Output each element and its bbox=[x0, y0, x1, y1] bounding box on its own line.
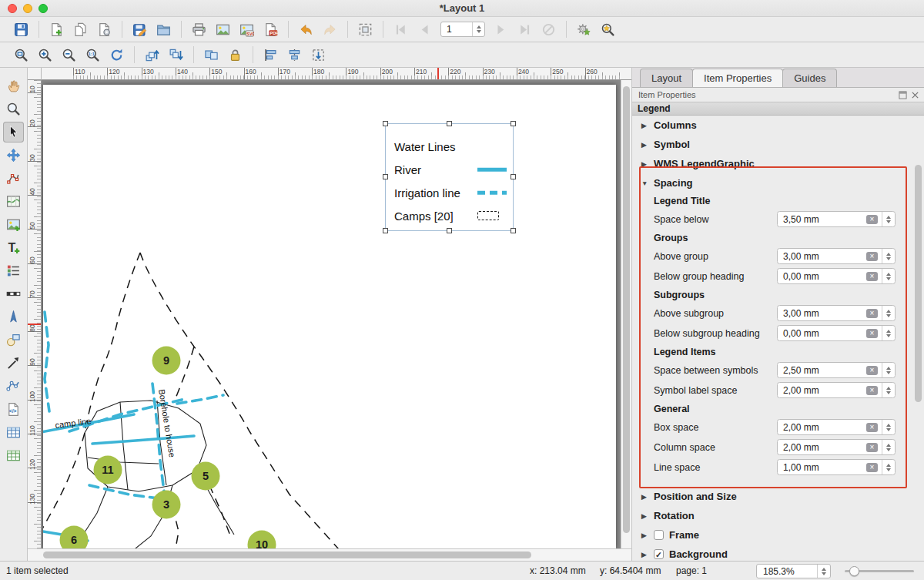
clear-field-icon[interactable]: × bbox=[866, 463, 878, 472]
spinbox[interactable]: 1,00 mm× bbox=[777, 459, 896, 475]
stepper-icon[interactable] bbox=[882, 460, 895, 474]
stepper-icon[interactable] bbox=[882, 326, 895, 340]
stepper-icon[interactable] bbox=[882, 249, 895, 263]
atlas-first-button[interactable] bbox=[390, 19, 411, 40]
clear-field-icon[interactable]: × bbox=[866, 252, 878, 261]
zoom-actual-button[interactable]: 1:1 bbox=[82, 45, 103, 65]
save-project-button[interactable] bbox=[11, 19, 32, 40]
stepper-icon[interactable] bbox=[882, 383, 895, 397]
selection-handle[interactable] bbox=[383, 228, 388, 233]
section-wms-legendgraphic[interactable]: ▶WMS LegendGraphic bbox=[632, 154, 924, 173]
selection-handle[interactable] bbox=[383, 121, 388, 126]
tab-item-properties[interactable]: Item Properties bbox=[692, 69, 783, 87]
zoom-slider[interactable] bbox=[845, 562, 914, 580]
add-attribute-table-tool[interactable] bbox=[3, 422, 24, 443]
atlas-last-button[interactable] bbox=[514, 19, 535, 40]
spinbox[interactable]: 2,50 mm× bbox=[777, 362, 896, 378]
add-fixed-table-tool[interactable] bbox=[3, 445, 24, 466]
canvas-vertical-scrollbar[interactable] bbox=[621, 80, 631, 548]
section-symbol[interactable]: ▶Symbol bbox=[632, 135, 924, 154]
undo-button[interactable] bbox=[296, 19, 316, 40]
align-center-items-button[interactable] bbox=[284, 45, 305, 65]
spinbox[interactable]: 2,00 mm× bbox=[777, 419, 896, 435]
add-html-tool[interactable]: </> bbox=[3, 399, 24, 420]
legend-item[interactable]: Water Lines RiverIrrigation lineCamps [2… bbox=[385, 123, 514, 231]
layout-manager-button[interactable] bbox=[94, 19, 115, 40]
close-panel-icon[interactable] bbox=[911, 91, 919, 99]
pan-tool[interactable] bbox=[3, 75, 24, 96]
resize-items-button[interactable] bbox=[308, 45, 329, 65]
add-north-arrow-tool[interactable] bbox=[3, 307, 24, 327]
atlas-prev-button[interactable] bbox=[414, 19, 435, 40]
scrollbar-thumb[interactable] bbox=[623, 86, 630, 533]
stepper-icon[interactable] bbox=[882, 212, 895, 226]
print-button[interactable] bbox=[189, 19, 209, 40]
duplicate-layout-button[interactable] bbox=[70, 19, 91, 40]
zoom-full-button[interactable] bbox=[11, 45, 32, 65]
stepper-icon[interactable] bbox=[882, 306, 895, 320]
add-legend-tool[interactable] bbox=[3, 260, 24, 281]
clear-field-icon[interactable]: × bbox=[866, 443, 878, 452]
clear-field-icon[interactable]: × bbox=[866, 272, 878, 281]
add-picture-tool[interactable] bbox=[3, 214, 24, 235]
fullscreen-window-button[interactable] bbox=[38, 4, 48, 13]
redo-button[interactable] bbox=[320, 19, 340, 40]
lower-items-button[interactable] bbox=[166, 45, 186, 65]
atlas-preview-button[interactable] bbox=[355, 19, 376, 40]
save-as-template-button[interactable] bbox=[129, 19, 150, 40]
move-item-content-tool[interactable] bbox=[3, 145, 24, 166]
atlas-page-input[interactable]: 1 bbox=[440, 22, 485, 37]
section-columns[interactable]: ▶Columns bbox=[632, 116, 924, 135]
spinbox[interactable]: 3,00 mm× bbox=[777, 248, 896, 264]
combo-arrows-icon[interactable] bbox=[817, 565, 830, 578]
scrollbar-thumb[interactable] bbox=[915, 165, 922, 402]
clear-field-icon[interactable]: × bbox=[866, 215, 878, 224]
edit-nodes-tool[interactable] bbox=[3, 168, 24, 189]
minimize-window-button[interactable] bbox=[23, 4, 32, 13]
clear-field-icon[interactable]: × bbox=[866, 386, 878, 395]
add-map-tool[interactable] bbox=[3, 191, 24, 212]
add-items-from-template-button[interactable] bbox=[153, 19, 174, 40]
section-frame[interactable]: ▶Frame bbox=[632, 525, 924, 545]
section-rotation[interactable]: ▶Rotation bbox=[632, 506, 924, 525]
add-arrow-tool[interactable] bbox=[3, 353, 24, 374]
atlas-next-button[interactable] bbox=[490, 19, 511, 40]
zoom-to-layout-button[interactable] bbox=[598, 19, 618, 40]
align-items-button[interactable] bbox=[260, 45, 281, 65]
map-item[interactable]: 91153610 camp line Borehole to house bbox=[43, 85, 616, 548]
lock-items-button[interactable] bbox=[225, 45, 246, 65]
add-shape-tool[interactable] bbox=[3, 330, 24, 350]
zoom-out-button[interactable] bbox=[59, 45, 79, 65]
clear-field-icon[interactable]: × bbox=[866, 309, 878, 318]
spinbox[interactable]: 2,00 mm× bbox=[777, 382, 896, 398]
stepper-icon[interactable] bbox=[882, 440, 895, 454]
section-spacing[interactable]: ▼ Spacing bbox=[632, 173, 924, 193]
panel-scrollbar[interactable] bbox=[915, 165, 922, 558]
section-position-and-size[interactable]: ▶Position and Size bbox=[632, 487, 924, 506]
atlas-settings-button[interactable] bbox=[574, 19, 594, 40]
zoom-tool[interactable] bbox=[3, 99, 24, 119]
scrollbar-thumb[interactable] bbox=[43, 552, 531, 558]
clear-field-icon[interactable]: × bbox=[866, 423, 878, 432]
zoom-in-button[interactable] bbox=[35, 45, 55, 65]
select-move-item-tool[interactable] bbox=[3, 122, 24, 142]
selection-handle[interactable] bbox=[511, 121, 516, 126]
layout-viewport[interactable]: 91153610 camp line Borehole to house Wat… bbox=[42, 80, 621, 548]
canvas-horizontal-scrollbar[interactable] bbox=[42, 548, 621, 561]
add-scalebar-tool[interactable] bbox=[3, 283, 24, 304]
export-svg-button[interactable]: SVG bbox=[236, 19, 257, 40]
spinbox[interactable]: 2,00 mm× bbox=[777, 439, 896, 455]
stepper-icon[interactable] bbox=[882, 269, 895, 283]
selection-handle[interactable] bbox=[447, 121, 452, 126]
stepper-icon[interactable] bbox=[472, 22, 484, 36]
stepper-icon[interactable] bbox=[882, 363, 895, 377]
spinbox[interactable]: 0,00 mm× bbox=[777, 325, 896, 341]
tab-layout[interactable]: Layout bbox=[640, 69, 693, 87]
spinbox[interactable]: 0,00 mm× bbox=[777, 268, 896, 284]
selection-handle[interactable] bbox=[447, 228, 452, 233]
new-layout-button[interactable] bbox=[46, 19, 67, 40]
zoom-slider-handle[interactable] bbox=[849, 566, 859, 576]
export-pdf-button[interactable]: PDF bbox=[260, 19, 281, 40]
section-background[interactable]: ▶✓Background bbox=[632, 545, 924, 561]
add-node-item-tool[interactable] bbox=[3, 376, 24, 397]
